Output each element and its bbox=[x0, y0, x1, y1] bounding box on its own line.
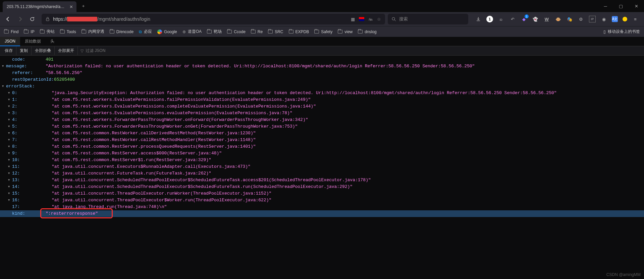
search-placeholder: 搜索 bbox=[399, 16, 408, 22]
json-row-code[interactable]: code: 401 bbox=[0, 56, 644, 63]
crop-icon[interactable]: ⎄ bbox=[498, 16, 504, 22]
svg-rect-0 bbox=[46, 19, 49, 21]
close-button[interactable]: ✕ bbox=[629, 0, 644, 12]
star-icon[interactable]: ☆ bbox=[376, 16, 382, 22]
lock-icon bbox=[45, 16, 50, 22]
yellow-dot-icon[interactable] bbox=[623, 17, 627, 21]
json-stack-row[interactable]: ▼9:"at com.f5.rest.common.RestServer.acc… bbox=[0, 150, 644, 157]
json-stack-row[interactable]: ▼1:"at com.f5.rest.workers.EvaluatePermi… bbox=[0, 96, 644, 103]
translate-icon[interactable]: 🗛 bbox=[368, 16, 373, 22]
json-stack-row[interactable]: ▼11:"at java.util.concurrent.Executors$R… bbox=[0, 163, 644, 170]
json-stack-row[interactable]: ▼15:"at java.util.concurrent.ThreadPoolE… bbox=[0, 190, 644, 197]
svg-point-1 bbox=[392, 17, 395, 20]
refresh-button[interactable] bbox=[27, 14, 38, 24]
json-stack-row[interactable]: ▼10:"at com.f5.rest.common.RestServer$1.… bbox=[0, 157, 644, 163]
json-toolbar-button[interactable]: 全部展开 bbox=[55, 47, 78, 55]
json-row-message[interactable]: ▼message: "Authorization failed: no user… bbox=[0, 63, 644, 70]
bookmark-item[interactable]: Safety bbox=[314, 29, 332, 34]
json-toolbar-button[interactable]: 复制 bbox=[16, 47, 32, 55]
bookmark-item[interactable]: Find bbox=[4, 29, 18, 34]
redacted-host bbox=[67, 17, 97, 21]
browser-tab[interactable]: 203.75.11.238/mgmt/shared/auth ✕ bbox=[3, 1, 76, 12]
translate2-icon[interactable]: A文 bbox=[612, 16, 618, 22]
bookmark-item[interactable]: dnslog bbox=[358, 29, 376, 34]
menu-icon[interactable]: ≡ bbox=[632, 16, 639, 22]
json-stack-row[interactable]: ▼13:"at java.util.concurrent.ScheduledTh… bbox=[0, 177, 644, 184]
flag-icon bbox=[359, 17, 364, 21]
json-tab[interactable]: 头 bbox=[46, 37, 59, 46]
tab-title: 203.75.11.238/mgmt/shared/auth bbox=[7, 4, 66, 9]
json-row-errorstack[interactable]: ▼errorStack: bbox=[0, 83, 644, 90]
mobile-bookmarks[interactable]: ▯移动设备上的书签 bbox=[603, 29, 640, 34]
monkey-icon[interactable]: 🐵 bbox=[555, 16, 561, 22]
bookmark-item[interactable]: Google bbox=[157, 29, 177, 34]
maximize-button[interactable]: ▢ bbox=[613, 0, 629, 12]
back-button[interactable] bbox=[3, 14, 13, 24]
json-row-kind[interactable]: kind: ":resterrorresponse" bbox=[0, 210, 644, 217]
qr-icon[interactable]: ▦ bbox=[350, 16, 356, 22]
bookmark-item[interactable]: SRC bbox=[268, 29, 283, 34]
bookmark-item[interactable]: Re bbox=[251, 29, 263, 34]
bookmark-item[interactable]: ⧉必应 bbox=[139, 29, 152, 34]
bookmark-item[interactable]: 内网穿透 bbox=[82, 29, 104, 34]
record-icon[interactable]: ◉ bbox=[600, 16, 607, 22]
ip-icon[interactable]: IP bbox=[589, 16, 596, 22]
bookmark-item[interactable]: Ccode bbox=[227, 29, 246, 34]
json-stack-row[interactable]: ▼5:"at com.f5.rest.workers.ForwarderPass… bbox=[0, 123, 644, 130]
json-tab[interactable]: JSON bbox=[0, 37, 20, 46]
json-stack-row[interactable]: ▼2:"at com.f5.rest.workers.EvaluatePermi… bbox=[0, 103, 644, 110]
json-toolbar-button[interactable]: 全部折叠 bbox=[32, 47, 55, 55]
search-bar[interactable]: 搜索 bbox=[388, 14, 468, 24]
window-controls: ─ ▢ ✕ bbox=[598, 0, 644, 12]
json-filter[interactable]: ▽过滤 JSON bbox=[78, 48, 108, 54]
w-icon[interactable]: W bbox=[543, 16, 550, 22]
url-text: https:///mgmt/shared/authn/login bbox=[53, 16, 150, 22]
mask-icon[interactable]: 🎭 bbox=[566, 16, 573, 22]
json-stack-row[interactable]: 17:"at java.lang.Thread.run(Thread.java:… bbox=[0, 204, 644, 210]
new-tab-button[interactable]: ＋ bbox=[78, 1, 88, 11]
json-toolbar-button[interactable]: 保存 bbox=[1, 47, 16, 55]
forward-button[interactable] bbox=[15, 14, 25, 24]
download-icon[interactable] bbox=[475, 16, 482, 22]
json-stack-row[interactable]: ▼6:"at com.f5.rest.common.RestWorker.cal… bbox=[0, 130, 644, 137]
json-stack-row[interactable]: ▼14:"at java.util.concurrent.ScheduledTh… bbox=[0, 184, 644, 190]
json-stack-row[interactable]: ▼4:"at com.f5.rest.workers.ForwarderPass… bbox=[0, 117, 644, 123]
bookmark-item[interactable]: view bbox=[338, 29, 353, 34]
json-stack-row[interactable]: ▼7:"at com.f5.rest.common.RestWorker.cal… bbox=[0, 137, 644, 143]
toolbar-icons: 1 ⎄ ↶ ◆ 👻 W 🐵 🎭 ⚙ IP ◉ A文 ≡ bbox=[475, 16, 639, 22]
undo-icon[interactable]: ↶ bbox=[509, 16, 516, 22]
bookmark-item[interactable]: IP bbox=[24, 29, 34, 34]
json-stack-row[interactable]: ▼0:"java.lang.SecurityException: Authori… bbox=[0, 90, 644, 96]
json-viewer: code: 401 ▼message: "Authorization faile… bbox=[0, 56, 644, 218]
json-row-referer[interactable]: referer: "58.56.56.250" bbox=[0, 70, 644, 76]
search-icon bbox=[391, 16, 396, 22]
url-bar[interactable]: https:///mgmt/shared/authn/login ▦ 🗛 ☆ bbox=[42, 14, 385, 24]
extension-purple-icon[interactable]: ◆ bbox=[521, 16, 527, 22]
json-tab[interactable]: 原始数据 bbox=[20, 37, 46, 46]
json-stack-row[interactable]: ▼16:"at java.util.concurrent.ThreadPoolE… bbox=[0, 197, 644, 204]
bookmark-item[interactable]: ⊕道普OA bbox=[182, 29, 202, 34]
close-icon[interactable]: ✕ bbox=[68, 4, 74, 9]
json-toolbar: 保存复制全部折叠全部展开▽过滤 JSON bbox=[0, 46, 644, 56]
watermark: CSDN @amingMM bbox=[606, 272, 641, 277]
extension-badge[interactable]: 1 bbox=[486, 16, 493, 22]
bookmarks-bar: FindIP旁站Tools内网穿透D/encode⧉必应Google⊕道普OA靶… bbox=[0, 26, 644, 37]
json-stack-row[interactable]: ▼3:"at com.f5.rest.workers.EvaluatePermi… bbox=[0, 110, 644, 117]
bookmark-item[interactable]: 靶场 bbox=[207, 29, 222, 34]
json-tabs: JSON原始数据头 bbox=[0, 37, 644, 46]
bookmark-item[interactable]: EXPDB bbox=[289, 29, 309, 34]
nav-bar: https:///mgmt/shared/authn/login ▦ 🗛 ☆ 搜… bbox=[0, 12, 644, 26]
ghost-icon[interactable]: 👻 bbox=[532, 16, 539, 22]
json-stack-row[interactable]: ▼12:"at java.util.concurrent.FutureTask.… bbox=[0, 170, 644, 177]
minimize-button[interactable]: ─ bbox=[598, 0, 613, 12]
title-bar: 203.75.11.238/mgmt/shared/auth ✕ ＋ ─ ▢ ✕ bbox=[0, 0, 644, 12]
bookmark-item[interactable]: D/encode bbox=[110, 29, 133, 34]
bookmark-item[interactable]: 旁站 bbox=[40, 29, 55, 34]
settings-icon[interactable]: ⚙ bbox=[578, 16, 584, 22]
bookmark-item[interactable]: Tools bbox=[60, 29, 76, 34]
json-stack-row[interactable]: ▼8:"at com.f5.rest.common.RestServer.pro… bbox=[0, 143, 644, 150]
json-row-restop[interactable]: restOperationId: 65205400 bbox=[0, 76, 644, 83]
